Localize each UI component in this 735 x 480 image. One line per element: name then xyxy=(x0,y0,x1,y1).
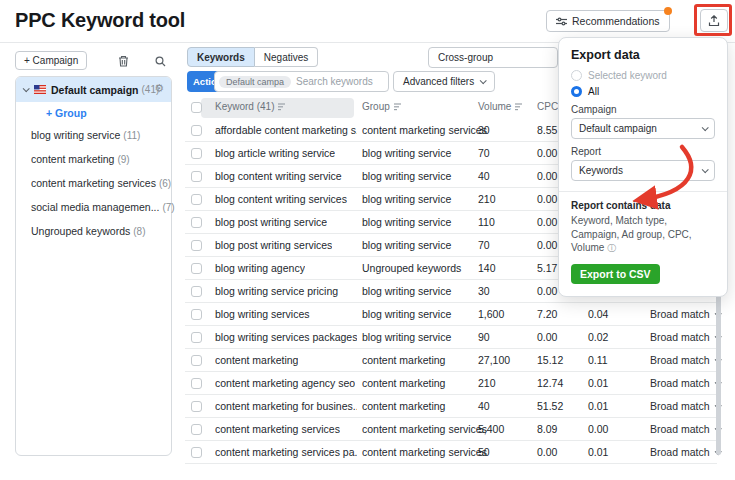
sidebar-item-group[interactable]: social media managemen...(7) xyxy=(31,201,175,213)
add-campaign-button[interactable]: + Campaign xyxy=(15,51,87,70)
row-checkbox[interactable] xyxy=(191,171,202,182)
gear-icon[interactable]: ⚙ xyxy=(154,83,164,94)
row-checkbox[interactable] xyxy=(191,125,202,136)
sidebar-item-default-campaign[interactable]: Default campaign (41) ⚙ xyxy=(16,77,171,102)
search-input[interactable] xyxy=(296,76,384,87)
keywords-negatives-tabs: Keywords Negatives xyxy=(187,47,318,67)
group-label: content marketing xyxy=(31,153,114,165)
group-cell: content marketing services xyxy=(362,124,487,136)
row-checkbox[interactable] xyxy=(191,332,202,343)
chevron-down-icon xyxy=(23,85,30,92)
match-type-value: Broad match xyxy=(650,400,710,412)
group-count: (9) xyxy=(117,154,129,165)
advanced-filters-label: Advanced filters xyxy=(403,76,474,87)
chevron-down-icon xyxy=(480,77,487,84)
select-all-checkbox[interactable] xyxy=(191,102,202,113)
match-type-value: Broad match xyxy=(650,377,710,389)
keyword-cell: blog writing services packages xyxy=(215,331,357,343)
table-row: content marketing services content marke… xyxy=(185,418,717,441)
trash-icon xyxy=(118,55,129,67)
sliders-icon xyxy=(556,17,567,26)
campaign-name: Default campaign xyxy=(51,84,139,96)
row-checkbox[interactable] xyxy=(191,263,202,274)
column-header-volume[interactable]: Volume xyxy=(478,101,524,112)
export-to-csv-button[interactable]: Export to CSV xyxy=(571,264,660,284)
export-button[interactable] xyxy=(700,9,728,32)
row-checkbox[interactable] xyxy=(191,309,202,320)
volume-cell: 70 xyxy=(478,147,490,159)
recommendations-button[interactable]: Recommendations xyxy=(546,10,670,32)
keyword-search-box[interactable]: Default campa xyxy=(214,71,389,92)
group-label: blog writing service xyxy=(31,129,120,141)
page-title: PPC Keyword tool xyxy=(15,9,185,32)
row-checkbox[interactable] xyxy=(191,148,202,159)
sidebar-item-group[interactable]: blog writing service(11) xyxy=(31,129,140,141)
volume-cell: 50 xyxy=(478,446,490,458)
delete-button[interactable] xyxy=(114,52,132,70)
group-label: content marketing services xyxy=(31,177,156,189)
keyword-cell: content marketing services xyxy=(215,423,340,435)
advanced-filters-button[interactable]: Advanced filters xyxy=(393,71,495,92)
match-type-value: Broad match xyxy=(650,354,710,366)
keyword-cell: content marketing agency seo xyxy=(215,377,355,389)
match-type-select[interactable]: Broad match xyxy=(650,377,720,389)
popup-divider xyxy=(559,191,727,192)
add-group-link[interactable]: + Group xyxy=(46,107,87,119)
row-checkbox[interactable] xyxy=(191,194,202,205)
report-contains-text: Keyword, Match type, Campaign, Ad group,… xyxy=(571,214,715,255)
cross-group-button[interactable]: Cross-group xyxy=(428,47,558,68)
group-cell: blog writing service xyxy=(362,216,451,228)
row-checkbox[interactable] xyxy=(191,424,202,435)
match-type-select[interactable]: Broad match xyxy=(650,354,720,366)
match-type-select[interactable]: Broad match xyxy=(650,331,720,343)
tree-search-button[interactable] xyxy=(151,52,169,70)
cpc-cell: 8.55 xyxy=(537,124,557,136)
row-checkbox[interactable] xyxy=(191,217,202,228)
volume-cell: 40 xyxy=(478,170,490,182)
keyword-cell: blog content writing services xyxy=(215,193,347,205)
row-checkbox[interactable] xyxy=(191,240,202,251)
cpc-cell: 0.00 xyxy=(537,216,557,228)
campaign-select-label: Campaign xyxy=(571,104,715,115)
cpc-cell: 0.00 xyxy=(537,239,557,251)
row-checkbox[interactable] xyxy=(191,355,202,366)
search-icon xyxy=(155,56,166,67)
campaign-tree-panel: Default campaign (41) ⚙ + Group blog wri… xyxy=(15,76,172,456)
group-cell: content marketing services xyxy=(362,446,487,458)
match-type-select[interactable]: Broad match xyxy=(650,400,720,412)
cpc-cell: 0.00 xyxy=(537,193,557,205)
group-cell: blog writing service xyxy=(362,285,451,297)
info-icon: ⓘ xyxy=(607,243,616,253)
competition-cell: 0.01 xyxy=(588,400,608,412)
volume-cell: 5,400 xyxy=(478,423,504,435)
report-select[interactable]: Keywords xyxy=(571,160,715,181)
recommendations-label: Recommendations xyxy=(572,15,660,27)
match-type-select[interactable]: Broad match xyxy=(650,446,720,458)
keyword-cell: content marketing services pa... xyxy=(215,446,357,458)
cpc-cell: 15.12 xyxy=(537,354,563,366)
tab-negatives[interactable]: Negatives xyxy=(255,47,318,67)
row-checkbox[interactable] xyxy=(191,286,202,297)
match-type-select[interactable]: Broad match xyxy=(650,423,720,435)
campaign-filter-chip[interactable]: Default campa xyxy=(219,76,291,88)
table-row: blog writing services blog writing servi… xyxy=(185,303,717,326)
column-header-keyword[interactable]: Keyword (41) xyxy=(215,101,287,112)
row-checkbox[interactable] xyxy=(191,447,202,458)
match-type-value: Broad match xyxy=(650,446,710,458)
row-checkbox[interactable] xyxy=(191,378,202,389)
radio-all[interactable]: All xyxy=(571,86,715,97)
radio-selected-keyword[interactable]: Selected keyword xyxy=(571,70,715,81)
sidebar-item-group[interactable]: content marketing(9) xyxy=(31,153,130,165)
row-checkbox[interactable] xyxy=(191,401,202,412)
report-select-label: Report xyxy=(571,146,715,157)
sidebar-item-group[interactable]: content marketing services(6) xyxy=(31,177,171,189)
match-type-select[interactable]: Broad match xyxy=(650,308,720,320)
column-header-group[interactable]: Group xyxy=(362,101,403,112)
campaign-select[interactable]: Default campaign xyxy=(571,118,715,139)
competition-cell: 0.01 xyxy=(588,446,608,458)
sidebar-item-group[interactable]: Ungrouped keywords(8) xyxy=(31,225,145,237)
volume-cell: 140 xyxy=(478,262,496,274)
cpc-cell: 0.00 xyxy=(537,170,557,182)
tab-keywords[interactable]: Keywords xyxy=(187,47,255,67)
group-cell: Ungrouped keywords xyxy=(362,262,461,274)
